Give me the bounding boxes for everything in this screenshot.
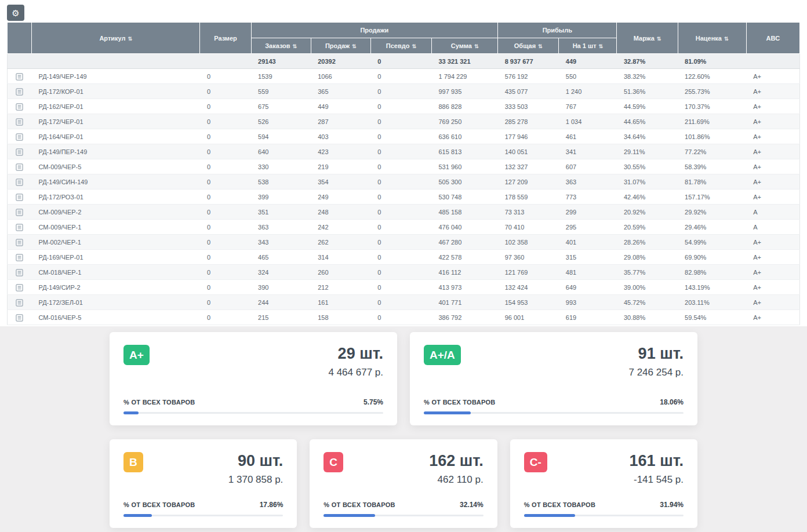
card-a-plus-a: A+/A 91 шт. 7 246 254 р. % ОТ ВСЕХ ТОВАР… xyxy=(410,332,697,425)
column-header-prodazh[interactable]: Продаж⇅ xyxy=(311,38,370,54)
gear-icon: ⚙ xyxy=(12,9,19,17)
column-header-na1sht[interactable]: На 1 шт⇅ xyxy=(559,38,617,54)
row-details-cell[interactable] xyxy=(8,69,32,84)
column-header-nacenka[interactable]: Наценка⇅ xyxy=(678,23,746,54)
cell-nacenka: 101.86% xyxy=(678,129,746,144)
cell-marzha: 39.00% xyxy=(617,280,678,295)
card-amount: 4 464 677 р. xyxy=(328,367,383,378)
row-details-cell[interactable] xyxy=(8,174,32,190)
row-details-cell[interactable] xyxy=(8,220,32,235)
cell-psevdo: 0 xyxy=(370,280,431,295)
row-details-cell[interactable] xyxy=(8,250,32,265)
table-row: РД-162/ЧЕР-01 0 675 449 0 886 828 333 50… xyxy=(8,99,800,114)
cell-prodazh: 260 xyxy=(311,265,370,280)
cell-prodazh: 449 xyxy=(311,99,370,114)
cell-psevdo: 0 xyxy=(370,250,431,265)
cell-abc: A+ xyxy=(746,235,799,250)
column-header-summa-label: Сумма xyxy=(451,42,472,49)
card-label: % ОТ ВСЕХ ТОВАРОВ xyxy=(424,399,496,406)
cell-obshchaya: 154 953 xyxy=(498,295,559,310)
column-header-abc-label: ABC xyxy=(766,35,780,42)
cell-na1sht: 993 xyxy=(559,295,617,310)
cell-prodazh: 242 xyxy=(311,220,370,235)
column-header-artikul[interactable]: Артикул⇅ xyxy=(32,23,200,54)
cell-abc: A xyxy=(746,205,799,220)
table-list-icon xyxy=(16,178,23,185)
cell-na1sht: 649 xyxy=(559,280,617,295)
cell-summa: 997 935 xyxy=(432,84,498,99)
cell-obshchaya: 70 410 xyxy=(498,220,559,235)
card-b: B 90 шт. 1 370 858 р. % ОТ ВСЕХ ТОВАРОВ … xyxy=(110,439,297,528)
column-header-zakazov[interactable]: Заказов⇅ xyxy=(251,38,311,54)
cell-prodazh: 423 xyxy=(311,144,370,159)
table-row: СМ-018/ЧЕР-1 0 324 260 0 416 112 121 769… xyxy=(8,265,800,280)
cell-obshchaya: 435 077 xyxy=(498,84,559,99)
row-details-cell[interactable] xyxy=(8,144,32,159)
row-details-cell[interactable] xyxy=(8,84,32,99)
row-details-cell[interactable] xyxy=(8,114,32,129)
row-details-cell[interactable] xyxy=(8,190,32,205)
table-row: РД-169/ЧЕР-01 0 465 314 0 422 578 97 360… xyxy=(8,250,800,265)
cell-nacenka: 58.39% xyxy=(678,159,746,174)
totals-na1sht: 449 xyxy=(559,54,617,69)
column-header-obshchaya[interactable]: Общая⇅ xyxy=(498,38,559,54)
cell-na1sht: 550 xyxy=(559,69,617,84)
progress-track xyxy=(424,412,684,414)
row-details-cell[interactable] xyxy=(8,235,32,250)
table-row: РД-164/ЧЕР-01 0 594 403 0 636 610 177 94… xyxy=(8,129,800,144)
cell-abc: A+ xyxy=(746,295,799,310)
settings-button[interactable]: ⚙ xyxy=(7,5,24,21)
cell-prodazh: 262 xyxy=(311,235,370,250)
cell-zakazov: 244 xyxy=(251,295,311,310)
cell-nacenka: 29.92% xyxy=(678,205,746,220)
cell-summa: 530 748 xyxy=(432,190,498,205)
sort-icon: ⇅ xyxy=(352,43,357,49)
abc-badge: C- xyxy=(524,452,547,472)
card-amount: 7 246 254 р. xyxy=(628,367,684,378)
row-details-cell[interactable] xyxy=(8,159,32,174)
cell-na1sht: 363 xyxy=(559,174,617,190)
card-label: % ОТ ВСЕХ ТОВАРОВ xyxy=(524,501,596,508)
progress-track xyxy=(123,515,283,516)
row-details-cell[interactable] xyxy=(8,310,32,325)
row-details-cell[interactable] xyxy=(8,205,32,220)
cell-obshchaya: 285 278 xyxy=(498,114,559,129)
sort-icon: ⇅ xyxy=(128,36,133,42)
card-count: 90 шт. xyxy=(228,452,283,470)
table-list-icon xyxy=(16,239,23,246)
cell-abc: A+ xyxy=(746,69,799,84)
cell-artikul: РД-172/ЧЕР-01 xyxy=(32,114,200,129)
cell-marzha: 44.65% xyxy=(617,114,678,129)
progress-fill xyxy=(424,411,471,414)
row-details-cell[interactable] xyxy=(8,295,32,310)
table-list-icon xyxy=(16,224,23,231)
cell-abc: A+ xyxy=(746,144,799,159)
cell-prodazh: 365 xyxy=(311,84,370,99)
column-header-marzha[interactable]: Маржа⇅ xyxy=(617,23,678,54)
cell-obshchaya: 576 192 xyxy=(498,69,559,84)
cell-obshchaya: 140 051 xyxy=(498,144,559,159)
cell-nacenka: 122.60% xyxy=(678,69,746,84)
cell-obshchaya: 102 358 xyxy=(498,235,559,250)
column-header-prodazh-label: Продаж xyxy=(325,42,350,49)
column-header-nacenka-label: Наценка xyxy=(696,35,722,42)
cell-nacenka: 211.69% xyxy=(678,114,746,129)
row-details-cell[interactable] xyxy=(8,129,32,144)
cell-summa: 769 250 xyxy=(432,114,498,129)
card-percent: 18.06% xyxy=(660,398,684,406)
abc-summary-section: A+ 29 шт. 4 464 677 р. % ОТ ВСЕХ ТОВАРОВ… xyxy=(0,326,807,532)
sort-icon: ⇅ xyxy=(599,43,604,49)
column-header-psevdo-label: Псевдо xyxy=(386,42,410,49)
row-details-cell[interactable] xyxy=(8,265,32,280)
cell-psevdo: 0 xyxy=(370,129,431,144)
totals-artikul xyxy=(32,54,200,69)
column-header-psevdo[interactable]: Псевдо⇅ xyxy=(370,38,431,54)
cell-abc: A+ xyxy=(746,280,799,295)
row-details-cell[interactable] xyxy=(8,280,32,295)
cell-psevdo: 0 xyxy=(370,69,431,84)
row-details-cell[interactable] xyxy=(8,99,32,114)
cell-na1sht: 767 xyxy=(559,99,617,114)
column-header-summa[interactable]: Сумма⇅ xyxy=(432,38,498,54)
cell-artikul: СМ-009/ЧЕР-2 xyxy=(32,205,200,220)
cell-summa: 615 813 xyxy=(432,144,498,159)
